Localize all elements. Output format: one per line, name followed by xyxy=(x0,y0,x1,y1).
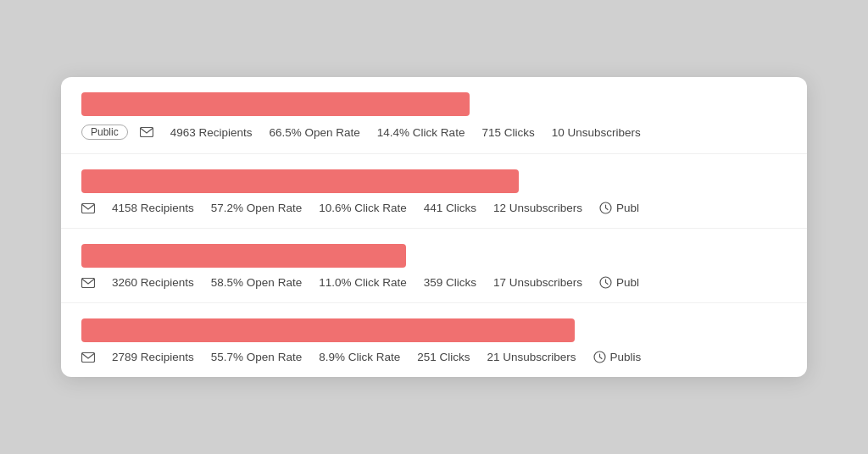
bar-container xyxy=(81,318,787,342)
campaigns-card: Public 4963 Recipients66.5% Open Rate14.… xyxy=(61,77,807,377)
recipients-stat: 4963 Recipients xyxy=(170,126,253,139)
unsubscribers-stat: 17 Unsubscribers xyxy=(493,276,582,289)
clock-stat: Publ xyxy=(599,202,639,214)
open_rate-stat: 66.5% Open Rate xyxy=(270,126,360,139)
envelope-icon-item xyxy=(81,203,95,213)
campaign-row[interactable]: Public 4963 Recipients66.5% Open Rate14.… xyxy=(61,77,807,154)
clicks-stat: 441 Clicks xyxy=(424,202,476,214)
published-text: Publ xyxy=(616,202,639,214)
clicks-stat: 359 Clicks xyxy=(424,276,476,289)
click_rate-stat: 14.4% Click Rate xyxy=(377,126,465,139)
public-badge: Public xyxy=(81,125,128,140)
recipients-stat: 4158 Recipients xyxy=(112,202,194,214)
bar-container xyxy=(81,92,787,116)
campaign-row[interactable]: 2789 Recipients55.7% Open Rate8.9% Click… xyxy=(61,303,807,377)
clock-icon xyxy=(599,276,612,289)
campaign-bar xyxy=(81,169,519,193)
envelope-icon xyxy=(140,127,153,137)
envelope-icon-item xyxy=(140,127,153,137)
campaign-row[interactable]: 4158 Recipients57.2% Open Rate10.6% Clic… xyxy=(61,154,807,229)
published-text: Publ xyxy=(616,276,639,289)
envelope-icon xyxy=(81,203,95,213)
open_rate-stat: 55.7% Open Rate xyxy=(211,351,302,363)
unsubscribers-stat: 21 Unsubscribers xyxy=(487,351,576,363)
bar-container xyxy=(81,244,787,268)
clock-stat: Publ xyxy=(599,276,639,289)
click_rate-stat: 8.9% Click Rate xyxy=(319,351,400,363)
clicks-stat: 251 Clicks xyxy=(417,351,470,363)
stats-row: Public 4963 Recipients66.5% Open Rate14.… xyxy=(81,125,787,140)
campaign-bar xyxy=(81,318,575,342)
bar-container xyxy=(81,169,787,193)
envelope-icon xyxy=(81,278,95,288)
unsubscribers-stat: 12 Unsubscribers xyxy=(493,202,582,214)
open_rate-stat: 58.5% Open Rate xyxy=(211,276,302,289)
envelope-icon xyxy=(81,352,95,363)
stats-row: 4158 Recipients57.2% Open Rate10.6% Clic… xyxy=(81,202,787,214)
stats-row: 3260 Recipients58.5% Open Rate11.0% Clic… xyxy=(81,276,787,289)
clock-stat: Publis xyxy=(593,351,642,363)
recipients-stat: 2789 Recipients xyxy=(112,351,194,363)
open_rate-stat: 57.2% Open Rate xyxy=(211,202,302,214)
clock-icon xyxy=(599,202,612,214)
campaign-bar xyxy=(81,92,470,116)
clicks-stat: 715 Clicks xyxy=(481,126,534,139)
recipients-stat: 3260 Recipients xyxy=(112,276,194,289)
envelope-icon-item xyxy=(81,352,95,363)
click_rate-stat: 10.6% Click Rate xyxy=(319,202,407,214)
published-text: Publis xyxy=(610,351,642,363)
unsubscribers-stat: 10 Unsubscribers xyxy=(552,126,641,139)
clock-icon xyxy=(593,351,606,363)
envelope-icon-item xyxy=(81,278,95,288)
stats-row: 2789 Recipients55.7% Open Rate8.9% Click… xyxy=(81,351,787,363)
campaign-row[interactable]: 3260 Recipients58.5% Open Rate11.0% Clic… xyxy=(61,229,807,303)
click_rate-stat: 11.0% Click Rate xyxy=(319,276,407,289)
campaign-bar xyxy=(81,244,406,268)
